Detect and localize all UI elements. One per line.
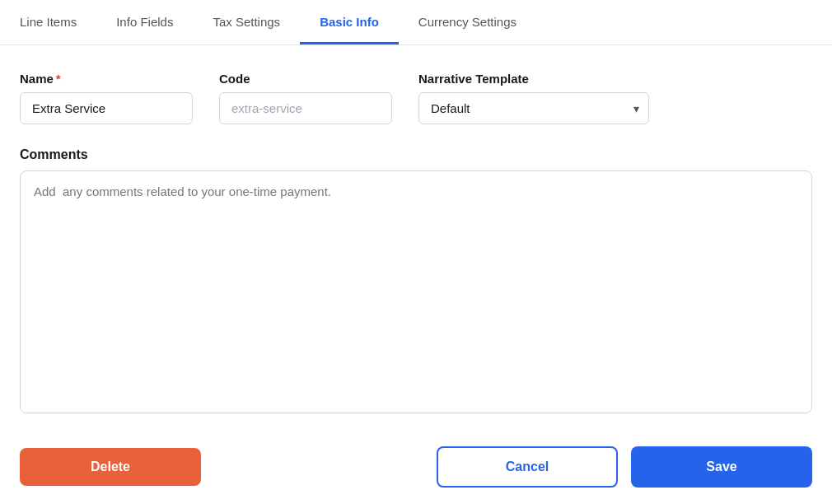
tab-bar: Line Items Info Fields Tax Settings Basi… bbox=[0, 0, 832, 45]
name-field-group: Name * bbox=[20, 72, 193, 124]
tab-tax-settings[interactable]: Tax Settings bbox=[193, 0, 300, 44]
comments-label: Comments bbox=[20, 147, 812, 162]
tab-info-fields[interactable]: Info Fields bbox=[96, 0, 193, 44]
narrative-template-field-group: Narrative Template Default Custom None ▾ bbox=[418, 72, 649, 124]
name-label: Name * bbox=[20, 72, 193, 86]
save-button[interactable]: Save bbox=[631, 446, 812, 488]
footer-right-buttons: Cancel Save bbox=[437, 446, 812, 488]
tab-basic-info[interactable]: Basic Info bbox=[300, 0, 399, 44]
comments-textarea[interactable] bbox=[20, 170, 812, 413]
narrative-template-select[interactable]: Default Custom None bbox=[418, 92, 649, 124]
fields-row: Name * Code Narrative Template Default C… bbox=[20, 72, 812, 124]
cancel-button[interactable]: Cancel bbox=[437, 446, 618, 488]
tab-currency-settings[interactable]: Currency Settings bbox=[399, 0, 536, 44]
tab-line-items[interactable]: Line Items bbox=[20, 0, 96, 44]
narrative-template-label: Narrative Template bbox=[418, 72, 649, 86]
name-input[interactable] bbox=[20, 92, 193, 124]
code-input[interactable] bbox=[219, 92, 392, 124]
narrative-template-select-wrapper: Default Custom None ▾ bbox=[418, 92, 649, 124]
code-label: Code bbox=[219, 72, 392, 86]
delete-button[interactable]: Delete bbox=[20, 448, 201, 486]
name-required-marker: * bbox=[56, 72, 61, 86]
comments-section: Comments bbox=[20, 147, 812, 413]
footer: Delete Cancel Save bbox=[0, 433, 832, 504]
main-content: Name * Code Narrative Template Default C… bbox=[0, 45, 832, 433]
code-field-group: Code bbox=[219, 72, 392, 124]
